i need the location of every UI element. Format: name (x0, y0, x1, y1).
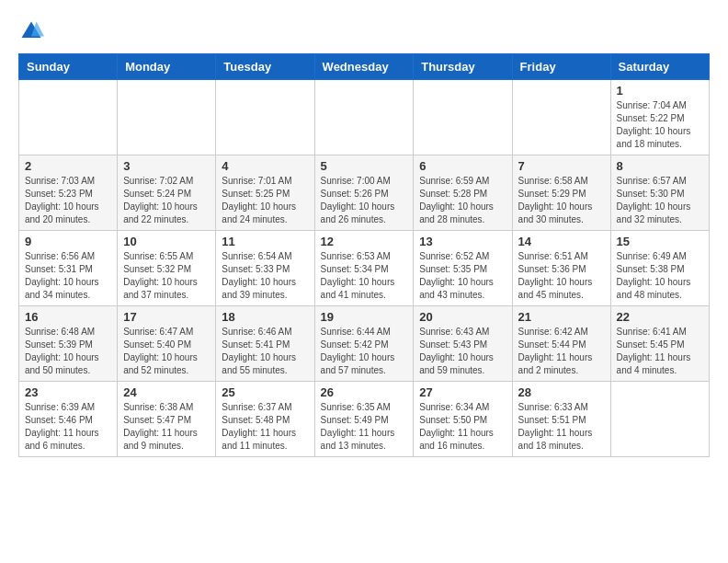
calendar-cell: 12Sunrise: 6:53 AM Sunset: 5:34 PM Dayli… (314, 231, 414, 306)
day-info: Sunrise: 6:48 AM Sunset: 5:39 PM Dayligh… (25, 326, 111, 377)
calendar-cell: 1Sunrise: 7:04 AM Sunset: 5:22 PM Daylig… (610, 80, 709, 155)
calendar-table: SundayMondayTuesdayWednesdayThursdayFrid… (18, 53, 710, 457)
weekday-header-friday: Friday (512, 54, 610, 80)
day-number: 16 (25, 310, 111, 324)
calendar-cell: 16Sunrise: 6:48 AM Sunset: 5:39 PM Dayli… (19, 306, 118, 382)
day-number: 24 (123, 385, 210, 399)
day-number: 28 (518, 385, 605, 399)
day-number: 22 (617, 310, 703, 324)
day-info: Sunrise: 6:55 AM Sunset: 5:32 PM Dayligh… (123, 250, 210, 302)
header (18, 18, 710, 44)
calendar-cell: 11Sunrise: 6:54 AM Sunset: 5:33 PM Dayli… (216, 231, 314, 306)
day-info: Sunrise: 6:38 AM Sunset: 5:47 PM Dayligh… (123, 401, 210, 453)
day-info: Sunrise: 6:57 AM Sunset: 5:30 PM Dayligh… (617, 175, 703, 226)
calendar-cell: 10Sunrise: 6:55 AM Sunset: 5:32 PM Dayli… (118, 231, 216, 306)
day-number: 12 (321, 235, 408, 248)
day-info: Sunrise: 6:41 AM Sunset: 5:45 PM Dayligh… (617, 326, 703, 377)
calendar-cell: 6Sunrise: 6:59 AM Sunset: 5:28 PM Daylig… (414, 155, 512, 231)
day-info: Sunrise: 7:03 AM Sunset: 5:23 PM Dayligh… (25, 175, 111, 226)
day-number: 25 (222, 385, 308, 399)
day-number: 5 (321, 159, 408, 173)
calendar-cell: 3Sunrise: 7:02 AM Sunset: 5:24 PM Daylig… (118, 155, 216, 231)
day-info: Sunrise: 6:37 AM Sunset: 5:48 PM Dayligh… (222, 401, 308, 453)
calendar-week-3: 9Sunrise: 6:56 AM Sunset: 5:31 PM Daylig… (19, 231, 710, 306)
day-number: 14 (518, 235, 605, 248)
day-number: 26 (321, 385, 408, 399)
day-info: Sunrise: 7:01 AM Sunset: 5:25 PM Dayligh… (222, 175, 308, 226)
weekday-header-row: SundayMondayTuesdayWednesdayThursdayFrid… (19, 54, 710, 80)
calendar-cell: 5Sunrise: 7:00 AM Sunset: 5:26 PM Daylig… (314, 155, 414, 231)
day-info: Sunrise: 6:46 AM Sunset: 5:41 PM Dayligh… (222, 326, 308, 377)
day-number: 23 (25, 385, 111, 399)
day-number: 27 (419, 385, 506, 399)
weekday-header-saturday: Saturday (610, 54, 709, 80)
day-info: Sunrise: 6:35 AM Sunset: 5:49 PM Dayligh… (321, 401, 408, 453)
calendar-cell: 24Sunrise: 6:38 AM Sunset: 5:47 PM Dayli… (118, 382, 216, 457)
calendar-cell: 4Sunrise: 7:01 AM Sunset: 5:25 PM Daylig… (216, 155, 314, 231)
day-info: Sunrise: 6:49 AM Sunset: 5:38 PM Dayligh… (617, 250, 703, 302)
weekday-header-tuesday: Tuesday (216, 54, 314, 80)
calendar-cell: 8Sunrise: 6:57 AM Sunset: 5:30 PM Daylig… (610, 155, 709, 231)
calendar-cell: 17Sunrise: 6:47 AM Sunset: 5:40 PM Dayli… (118, 306, 216, 382)
day-info: Sunrise: 7:00 AM Sunset: 5:26 PM Dayligh… (321, 175, 408, 226)
day-info: Sunrise: 6:42 AM Sunset: 5:44 PM Dayligh… (518, 326, 605, 377)
day-info: Sunrise: 6:51 AM Sunset: 5:36 PM Dayligh… (518, 250, 605, 302)
calendar-cell: 23Sunrise: 6:39 AM Sunset: 5:46 PM Dayli… (19, 382, 118, 457)
day-info: Sunrise: 6:53 AM Sunset: 5:34 PM Dayligh… (321, 250, 408, 302)
day-number: 2 (25, 159, 111, 173)
calendar-cell: 26Sunrise: 6:35 AM Sunset: 5:49 PM Dayli… (314, 382, 414, 457)
calendar-cell (314, 80, 414, 155)
day-number: 18 (222, 310, 308, 324)
calendar-cell: 7Sunrise: 6:58 AM Sunset: 5:29 PM Daylig… (512, 155, 610, 231)
day-number: 13 (419, 235, 506, 248)
day-number: 1 (617, 84, 703, 98)
day-number: 21 (518, 310, 605, 324)
day-info: Sunrise: 6:54 AM Sunset: 5:33 PM Dayligh… (222, 250, 308, 302)
calendar-week-1: 1Sunrise: 7:04 AM Sunset: 5:22 PM Daylig… (19, 80, 710, 155)
calendar-cell (414, 80, 512, 155)
day-number: 20 (419, 310, 506, 324)
day-number: 8 (617, 159, 703, 173)
calendar-cell: 15Sunrise: 6:49 AM Sunset: 5:38 PM Dayli… (610, 231, 709, 306)
day-info: Sunrise: 6:56 AM Sunset: 5:31 PM Dayligh… (25, 250, 111, 302)
calendar-cell (610, 382, 709, 457)
weekday-header-monday: Monday (118, 54, 216, 80)
calendar-cell: 22Sunrise: 6:41 AM Sunset: 5:45 PM Dayli… (610, 306, 709, 382)
calendar-cell: 21Sunrise: 6:42 AM Sunset: 5:44 PM Dayli… (512, 306, 610, 382)
calendar-cell: 25Sunrise: 6:37 AM Sunset: 5:48 PM Dayli… (216, 382, 314, 457)
day-number: 9 (25, 235, 111, 248)
calendar-cell (216, 80, 314, 155)
calendar-cell: 18Sunrise: 6:46 AM Sunset: 5:41 PM Dayli… (216, 306, 314, 382)
day-info: Sunrise: 7:02 AM Sunset: 5:24 PM Dayligh… (123, 175, 210, 226)
logo (18, 18, 48, 44)
day-info: Sunrise: 6:34 AM Sunset: 5:50 PM Dayligh… (419, 401, 506, 453)
day-info: Sunrise: 6:59 AM Sunset: 5:28 PM Dayligh… (419, 175, 506, 226)
calendar-cell: 19Sunrise: 6:44 AM Sunset: 5:42 PM Dayli… (314, 306, 414, 382)
day-info: Sunrise: 6:33 AM Sunset: 5:51 PM Dayligh… (518, 401, 605, 453)
calendar-cell (512, 80, 610, 155)
day-number: 19 (321, 310, 408, 324)
weekday-header-wednesday: Wednesday (314, 54, 414, 80)
day-number: 11 (222, 235, 308, 248)
day-info: Sunrise: 6:43 AM Sunset: 5:43 PM Dayligh… (419, 326, 506, 377)
calendar-week-4: 16Sunrise: 6:48 AM Sunset: 5:39 PM Dayli… (19, 306, 710, 382)
day-number: 15 (617, 235, 703, 248)
calendar-cell (19, 80, 118, 155)
calendar-cell: 2Sunrise: 7:03 AM Sunset: 5:23 PM Daylig… (19, 155, 118, 231)
calendar-week-2: 2Sunrise: 7:03 AM Sunset: 5:23 PM Daylig… (19, 155, 710, 231)
calendar-body: 1Sunrise: 7:04 AM Sunset: 5:22 PM Daylig… (19, 80, 710, 457)
calendar-header: SundayMondayTuesdayWednesdayThursdayFrid… (19, 54, 710, 80)
day-info: Sunrise: 7:04 AM Sunset: 5:22 PM Dayligh… (617, 99, 703, 151)
day-info: Sunrise: 6:44 AM Sunset: 5:42 PM Dayligh… (321, 326, 408, 377)
calendar-cell: 14Sunrise: 6:51 AM Sunset: 5:36 PM Dayli… (512, 231, 610, 306)
weekday-header-thursday: Thursday (414, 54, 512, 80)
day-number: 7 (518, 159, 605, 173)
calendar-cell: 20Sunrise: 6:43 AM Sunset: 5:43 PM Dayli… (414, 306, 512, 382)
day-number: 6 (419, 159, 506, 173)
day-info: Sunrise: 6:52 AM Sunset: 5:35 PM Dayligh… (419, 250, 506, 302)
day-info: Sunrise: 6:58 AM Sunset: 5:29 PM Dayligh… (518, 175, 605, 226)
weekday-header-sunday: Sunday (19, 54, 118, 80)
day-number: 10 (123, 235, 210, 248)
day-number: 17 (123, 310, 210, 324)
logo-icon (18, 18, 44, 44)
